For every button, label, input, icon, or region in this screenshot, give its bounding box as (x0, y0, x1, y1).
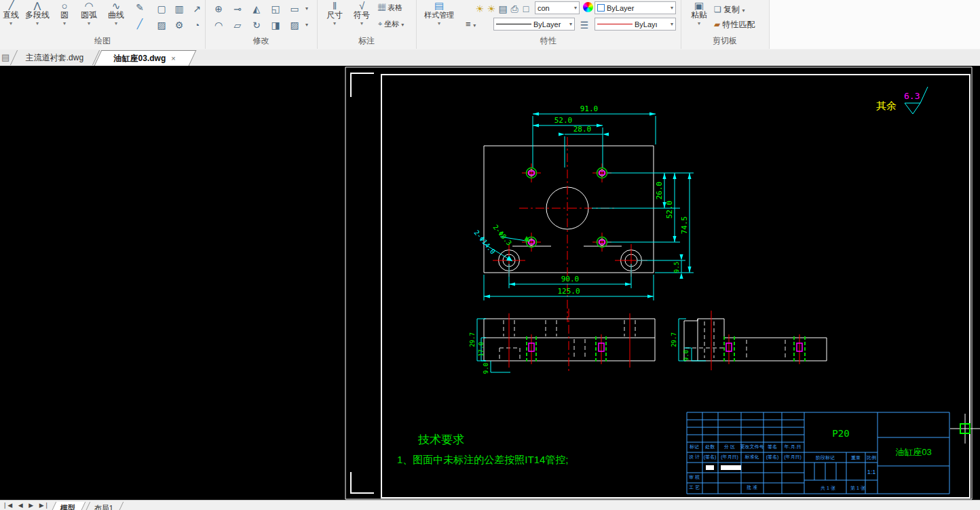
layer-plot-icon[interactable]: ⎙ (509, 1, 520, 16)
next-layout-button[interactable]: ▶ (29, 502, 35, 509)
lineweight-dropdown[interactable]: ByLayer ▾ (493, 18, 575, 31)
chevron-down-icon: ▾ (103, 20, 129, 26)
section-view-1: 29.7 17.0 9.0 (469, 309, 655, 374)
lineweight-sample (496, 24, 531, 24)
chevron-down-icon[interactable]: ▾ (305, 22, 308, 28)
pick-icon[interactable]: ↗ (189, 1, 205, 16)
cad-canvas[interactable]: 91.0 52.0 28.0 26.0 52.0 74.5 9.5 90.0 1… (0, 66, 980, 500)
titleblock-stage: 阶段标记 (816, 455, 835, 460)
polyline-icon: ⋀ (22, 0, 53, 10)
table-button[interactable]: ▦ 表格 (378, 3, 402, 13)
scale-icon[interactable]: ⊕ (210, 1, 227, 16)
linetype-dropdown[interactable]: ByLayı ▾ (595, 18, 676, 31)
last-layout-button[interactable]: ▶| (39, 502, 50, 509)
titleblock-weight: 重量 (851, 455, 861, 460)
grip-marker[interactable] (950, 414, 980, 444)
freehand-line-icon[interactable]: ╱ (132, 16, 148, 31)
line-icon: ╱ (1, 0, 20, 10)
match-properties-button[interactable]: ▰ 特性匹配 (714, 19, 755, 31)
sec1-dim-total: 29.7 (469, 332, 476, 347)
svg-text:设 计: 设 计 (689, 454, 700, 459)
fillet-icon[interactable]: ◠ (210, 18, 227, 33)
solid-icon[interactable]: ▥ (171, 1, 187, 16)
group-label-properties: 特性 (416, 35, 681, 47)
color-wheel-icon[interactable] (583, 2, 593, 12)
model-tab[interactable]: 模型 (50, 502, 86, 510)
group-label-modify: 修改 (205, 35, 317, 47)
dimension-icon: ‖ (322, 0, 347, 10)
sketch-icon[interactable]: ✎ (132, 0, 148, 15)
close-icon[interactable]: × (172, 54, 176, 62)
layer-on-icon[interactable]: ☀ (474, 1, 485, 16)
chevron-down-icon: ▾ (569, 21, 572, 27)
lines-menu-icon: ≡ (466, 19, 471, 29)
mirror-icon[interactable]: ◭ (248, 1, 265, 16)
hatch-edit-icon[interactable]: ▨ (286, 18, 303, 33)
surface-value: 6.3 (904, 91, 920, 101)
dim-top-mid: 52.0 (554, 116, 573, 125)
symbol-button[interactable]: √ 符号 ▾ (349, 0, 375, 34)
first-layout-button[interactable]: |◀ (4, 502, 14, 509)
polyline-button[interactable]: ⋀ 多段线 ▾ (22, 0, 53, 34)
dim-bottom-125: 125.0 (557, 287, 580, 296)
model-space[interactable]: 91.0 52.0 28.0 26.0 52.0 74.5 9.5 90.0 1… (0, 66, 980, 500)
layer-freeze-icon[interactable]: ☀ (486, 1, 497, 16)
tech-item-1: 1、图面中未标注的公差按照IT14管控; (397, 454, 569, 465)
svg-text:(签名): (签名) (704, 454, 717, 460)
tech-notes: 技术要求 1、图面中未标注的公差按照IT14管控; (397, 433, 569, 465)
curve-button[interactable]: ∿ 曲线 ▾ (103, 0, 129, 34)
svg-text:分 区: 分 区 (723, 444, 735, 449)
chevron-down-icon: ▾ (401, 22, 404, 28)
gear-icon[interactable]: ⚙ (171, 18, 187, 33)
titleblock-material: P20 (832, 428, 849, 439)
chevron-down-icon: ▾ (671, 5, 673, 11)
linetype-sample (597, 24, 633, 24)
layer-dropdown[interactable]: con ▾ (535, 1, 580, 14)
hatch-icon[interactable]: ▨ (153, 18, 170, 33)
chevron-down-icon: ▾ (742, 7, 745, 14)
group-label-annotate: 标注 (317, 35, 416, 47)
corner-icon[interactable]: ◱ (267, 1, 284, 16)
prev-layout-button[interactable]: ◀ (18, 502, 25, 509)
file-tab-1[interactable]: 主流道衬套.dwg (10, 50, 100, 65)
lineweight-menu-button[interactable]: ≡ ▾ (466, 19, 476, 29)
file-tab-label: 油缸座03.dwg (114, 54, 166, 63)
layout1-tab[interactable]: 布局1 (84, 502, 124, 510)
cad-application: ╱ 直线 ▾ ⋀ 多段线 ▾ ○ 圆 ▾ ◠ 圆弧 ▾ ∿ 曲线 (0, 0, 980, 510)
3d-edit-icon[interactable]: ◨ (267, 18, 284, 33)
text-style-icon[interactable]: ◔ (189, 18, 205, 33)
rectangle-edit-icon[interactable]: ▭ (286, 1, 303, 16)
chevron-down-icon[interactable]: ▾ (305, 5, 308, 12)
layer-lock-icon[interactable]: ▤ (497, 1, 508, 16)
coordinate-button[interactable]: ⌖ 坐标 ▾ (378, 19, 404, 29)
svg-text:年.月.日: 年.月.日 (785, 444, 802, 450)
lineweight-value: ByLayer (533, 20, 567, 28)
color-value: ByLayer (607, 4, 668, 12)
circle-button[interactable]: ○ 圆 ▾ (54, 0, 75, 34)
file-tab-2-active[interactable]: 油缸座03.dwg× (94, 50, 197, 66)
trim-icon[interactable]: ⊸ (229, 1, 246, 16)
linetype-list-icon[interactable]: ☰ (578, 18, 591, 33)
sec1-dim-step: 9.0 (483, 363, 489, 374)
arc-button[interactable]: ◠ 圆弧 ▾ (76, 0, 102, 34)
paste-button[interactable]: ▣ 粘贴 ▾ (687, 0, 711, 34)
line-button[interactable]: ╱ 直线 ▾ (1, 0, 20, 34)
dim-right-26: 26.0 (655, 182, 664, 200)
style-manager-button[interactable]: ▤ 样式管理 ▾ (419, 0, 459, 34)
region-icon[interactable]: ▢ (153, 1, 170, 16)
copy-button[interactable]: ❏ 复制 ▾ (714, 4, 745, 16)
tech-title: 技术要求 (417, 433, 464, 446)
new-document-icon[interactable]: ▤ (1, 52, 10, 62)
offset-icon[interactable]: ▱ (229, 18, 246, 33)
ribbon-group-properties: ▤ 样式管理 ▾ ≡ ▾ ☀ ☀ ▤ ⎙ □ con ▾ ByLayer ▾ (416, 0, 681, 49)
copy-icon: ❏ (714, 5, 721, 14)
leader-large-holes: 2-Φ14.0 (472, 229, 497, 255)
color-dropdown[interactable]: ByLayer ▾ (595, 1, 676, 14)
dimension-button[interactable]: ‖ 尺寸 ▾ (322, 0, 347, 34)
chevron-down-icon: ▾ (671, 21, 673, 27)
svg-text:更改文件号: 更改文件号 (740, 444, 764, 450)
style-manager-icon: ▤ (419, 0, 459, 10)
layer-color-box-icon[interactable]: □ (521, 1, 531, 16)
group-label-clipboard: 剪切板 (681, 35, 769, 47)
rotate-icon[interactable]: ↻ (248, 18, 265, 33)
